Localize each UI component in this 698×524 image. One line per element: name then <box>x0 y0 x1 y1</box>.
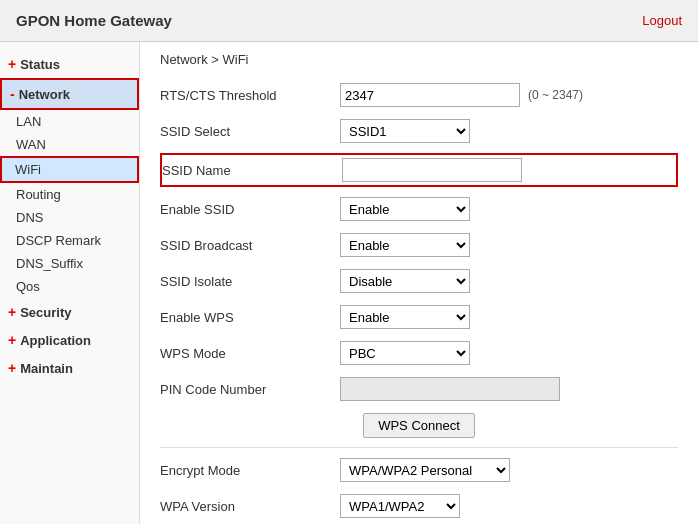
encrypt-mode-label: Encrypt Mode <box>160 463 340 478</box>
ssid-select-row: SSID Select SSID1 SSID2 SSID3 SSID4 <box>160 117 678 145</box>
ssid-name-row: SSID Name <box>160 153 678 187</box>
encrypt-mode-row: Encrypt Mode WPA/WPA2 Personal WEP None <box>160 456 678 484</box>
wps-mode-select[interactable]: PBC PIN <box>340 341 470 365</box>
sidebar-item-wan[interactable]: WAN <box>0 133 139 156</box>
security-expand-icon: + <box>8 304 16 320</box>
sidebar-item-network[interactable]: - Network <box>0 78 139 110</box>
ssid-broadcast-select[interactable]: Enable Disable <box>340 233 470 257</box>
ssid-isolate-label: SSID Isolate <box>160 274 340 289</box>
maintain-expand-icon: + <box>8 360 16 376</box>
rts-range: (0 ~ 2347) <box>528 88 583 102</box>
sidebar-item-dns-suffix[interactable]: DNS_Suffix <box>0 252 139 275</box>
sidebar-label-network: Network <box>19 87 70 102</box>
sidebar-label-application: Application <box>20 333 91 348</box>
sidebar-label-maintain: Maintain <box>20 361 73 376</box>
header-title: GPON Home Gateway <box>16 12 172 29</box>
sidebar-item-security[interactable]: + Security <box>0 298 139 326</box>
ssid-broadcast-label: SSID Broadcast <box>160 238 340 253</box>
wpa-version-label: WPA Version <box>160 499 340 514</box>
status-expand-icon: + <box>8 56 16 72</box>
logout-button[interactable]: Logout <box>642 13 682 28</box>
rts-input[interactable] <box>340 83 520 107</box>
wps-connect-button[interactable]: WPS Connect <box>363 413 475 438</box>
pin-code-label: PIN Code Number <box>160 382 340 397</box>
wps-mode-label: WPS Mode <box>160 346 340 361</box>
application-expand-icon: + <box>8 332 16 348</box>
rts-label: RTS/CTS Threshold <box>160 88 340 103</box>
pin-code-row: PIN Code Number <box>160 375 678 403</box>
enable-ssid-label: Enable SSID <box>160 202 340 217</box>
breadcrumb: Network > WiFi <box>160 52 678 67</box>
sidebar-label-security: Security <box>20 305 71 320</box>
header: GPON Home Gateway Logout <box>0 0 698 42</box>
ssid-broadcast-row: SSID Broadcast Enable Disable <box>160 231 678 259</box>
wps-connect-row: WPS Connect <box>160 411 678 439</box>
sidebar-item-lan[interactable]: LAN <box>0 110 139 133</box>
sidebar-item-dscp[interactable]: DSCP Remark <box>0 229 139 252</box>
enable-ssid-select[interactable]: Enable Disable <box>340 197 470 221</box>
sidebar-item-qos[interactable]: Qos <box>0 275 139 298</box>
sidebar-item-maintain[interactable]: + Maintain <box>0 354 139 382</box>
ssid-select[interactable]: SSID1 SSID2 SSID3 SSID4 <box>340 119 470 143</box>
enable-wps-row: Enable WPS Enable Disable <box>160 303 678 331</box>
sidebar: + Status - Network LAN WAN WiFi Routing … <box>0 42 140 524</box>
wps-mode-row: WPS Mode PBC PIN <box>160 339 678 367</box>
wpa-version-row: WPA Version WPA1/WPA2 WPA1 WPA2 <box>160 492 678 520</box>
network-expand-icon: - <box>10 86 15 102</box>
enable-wps-select[interactable]: Enable Disable <box>340 305 470 329</box>
ssid-name-label: SSID Name <box>162 163 342 178</box>
ssid-isolate-row: SSID Isolate Disable Enable <box>160 267 678 295</box>
sidebar-item-application[interactable]: + Application <box>0 326 139 354</box>
enable-wps-label: Enable WPS <box>160 310 340 325</box>
ssid-isolate-select[interactable]: Disable Enable <box>340 269 470 293</box>
wpa-version-select[interactable]: WPA1/WPA2 WPA1 WPA2 <box>340 494 460 518</box>
ssid-name-input[interactable] <box>342 158 522 182</box>
sidebar-item-wifi[interactable]: WiFi <box>0 156 139 183</box>
ssid-select-label: SSID Select <box>160 124 340 139</box>
main-content: Network > WiFi RTS/CTS Threshold (0 ~ 23… <box>140 42 698 524</box>
enable-ssid-row: Enable SSID Enable Disable <box>160 195 678 223</box>
pin-code-input[interactable] <box>340 377 560 401</box>
sidebar-item-dns[interactable]: DNS <box>0 206 139 229</box>
sidebar-item-status[interactable]: + Status <box>0 50 139 78</box>
encrypt-mode-select[interactable]: WPA/WPA2 Personal WEP None <box>340 458 510 482</box>
sidebar-label-status: Status <box>20 57 60 72</box>
sidebar-item-routing[interactable]: Routing <box>0 183 139 206</box>
rts-row: RTS/CTS Threshold (0 ~ 2347) <box>160 81 678 109</box>
